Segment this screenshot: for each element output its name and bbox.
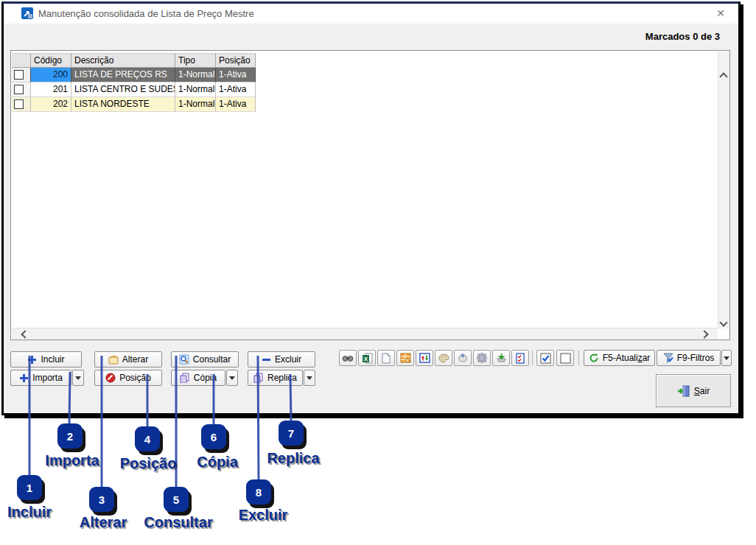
header-descricao[interactable]: Descrição bbox=[71, 53, 175, 68]
marked-count-status: Marcados 0 de 3 bbox=[645, 31, 720, 42]
callout-balloon-5: 5 bbox=[164, 487, 189, 512]
filter-icon bbox=[663, 353, 673, 363]
callout-balloon-3: 3 bbox=[89, 487, 114, 512]
title-bar: Manutenção consolidada de Lista de Preço… bbox=[4, 4, 738, 24]
header-posicao[interactable]: Posição bbox=[216, 53, 256, 68]
cell-descricao[interactable]: LISTA NORDESTE bbox=[71, 97, 175, 112]
callout-label-posicao: Posição bbox=[120, 455, 177, 472]
window-title: Manutenção consolidada de Lista de Preço… bbox=[38, 8, 254, 19]
filtros-dropdown-button[interactable] bbox=[721, 350, 732, 366]
f5-atualizar-button[interactable]: F5-Atualizar bbox=[584, 350, 655, 366]
plus-icon bbox=[27, 355, 37, 365]
table-row[interactable]: 202 LISTA NORDESTE 1-Normal 1-Ativa bbox=[12, 97, 256, 112]
checklist-icon[interactable] bbox=[511, 350, 529, 366]
exit-door-icon bbox=[677, 385, 690, 397]
cell-tipo[interactable]: 1-Normal bbox=[175, 68, 216, 82]
row-checkbox[interactable] bbox=[14, 99, 24, 109]
header-checkbox-col bbox=[12, 53, 31, 68]
chevron-down-icon bbox=[229, 376, 235, 380]
header-tipo[interactable]: Tipo bbox=[175, 53, 216, 68]
minus-icon bbox=[262, 355, 271, 365]
excluir-button[interactable]: Excluir bbox=[248, 351, 315, 368]
copia-button[interactable]: Cópia bbox=[171, 370, 225, 386]
palette-icon[interactable] bbox=[435, 350, 452, 366]
table-row[interactable]: 201 LISTA CENTRO E SUDESTE 1-Normal 1-At… bbox=[12, 82, 256, 97]
svg-text:X: X bbox=[363, 356, 368, 362]
callout-label-replica: Replica bbox=[267, 450, 319, 467]
scroll-left-icon[interactable] bbox=[21, 330, 29, 338]
close-icon[interactable]: ✕ bbox=[713, 7, 728, 21]
replica-button[interactable]: Replica bbox=[248, 370, 303, 386]
sair-button[interactable]: Sair bbox=[656, 374, 731, 407]
header-codigo[interactable]: Código bbox=[31, 53, 71, 68]
cell-descricao[interactable]: LISTA CENTRO E SUDESTE bbox=[71, 82, 175, 97]
cell-codigo[interactable]: 202 bbox=[31, 97, 71, 112]
settings-gear-icon[interactable] bbox=[473, 350, 491, 366]
chevron-down-icon bbox=[307, 376, 312, 380]
row-checkbox-cell bbox=[12, 97, 31, 112]
callout-balloon-8: 8 bbox=[246, 479, 271, 504]
consultar-button[interactable]: Consultar bbox=[171, 351, 239, 368]
toolbar-separator bbox=[578, 351, 579, 365]
cell-posicao[interactable]: 1-Ativa bbox=[216, 97, 256, 112]
new-document-icon[interactable] bbox=[377, 350, 395, 366]
callout-balloon-2: 2 bbox=[57, 423, 83, 449]
alterar-button[interactable]: Alterar bbox=[94, 351, 162, 368]
magnifier-icon bbox=[179, 354, 189, 365]
excel-export-icon[interactable]: X bbox=[358, 350, 376, 366]
grid-header-row: Código Descrição Tipo Posição bbox=[12, 53, 256, 68]
copy-icon bbox=[253, 373, 264, 383]
scroll-right-icon[interactable] bbox=[700, 330, 708, 338]
screenshot-canvas: Manutenção consolidada de Lista de Preço… bbox=[0, 0, 756, 545]
checkbox-unchecked-icon[interactable] bbox=[556, 350, 574, 366]
f9-filtros-button[interactable]: F9-Filtros bbox=[657, 350, 721, 366]
block-icon bbox=[105, 373, 116, 383]
mouse-icon[interactable] bbox=[454, 350, 472, 366]
horizontal-scrollbar[interactable] bbox=[12, 328, 718, 340]
cell-codigo[interactable]: 200 bbox=[31, 68, 71, 82]
import-tray-icon[interactable] bbox=[492, 350, 510, 366]
importa-button[interactable]: Importa bbox=[10, 370, 71, 386]
cell-tipo[interactable]: 1-Normal bbox=[175, 82, 216, 97]
callout-balloon-1: 1 bbox=[17, 475, 42, 500]
table-edit-icon[interactable] bbox=[396, 350, 414, 366]
cell-descricao[interactable]: LISTA DE PREÇOS RS bbox=[71, 68, 175, 82]
cell-posicao[interactable]: 1-Ativa bbox=[216, 68, 256, 82]
edit-icon bbox=[108, 355, 119, 365]
chevron-down-icon bbox=[75, 376, 81, 380]
chevron-down-icon bbox=[724, 356, 729, 360]
checkbox-checked-icon[interactable] bbox=[536, 350, 554, 366]
callout-label-excluir: Excluir bbox=[239, 507, 288, 524]
callout-balloon-4: 4 bbox=[135, 426, 160, 451]
row-checkbox[interactable] bbox=[14, 85, 24, 94]
callout-balloon-6: 6 bbox=[201, 424, 226, 449]
table-row[interactable]: 200 LISTA DE PREÇOS RS 1-Normal 1-Ativa bbox=[12, 68, 256, 82]
app-chart-icon bbox=[21, 7, 33, 19]
row-checkbox-cell bbox=[12, 82, 31, 97]
posicao-button[interactable]: Posição bbox=[94, 370, 162, 386]
callout-label-copia: Cópia bbox=[197, 454, 238, 471]
vertical-scrollbar[interactable] bbox=[718, 52, 729, 328]
cell-posicao[interactable]: 1-Ativa bbox=[216, 82, 256, 97]
callout-label-importa: Importa bbox=[45, 452, 99, 469]
importa-dropdown-button[interactable] bbox=[72, 370, 84, 386]
row-checkbox-cell bbox=[12, 68, 31, 82]
app-window: Manutenção consolidada de Lista de Preço… bbox=[1, 1, 741, 415]
row-checkbox[interactable] bbox=[14, 70, 24, 80]
cell-tipo[interactable]: 1-Normal bbox=[175, 97, 216, 112]
price-list-grid: Código Descrição Tipo Posição 200 LISTA … bbox=[10, 50, 730, 340]
copia-dropdown-button[interactable] bbox=[226, 370, 238, 386]
callout-label-incluir: Incluir bbox=[7, 504, 52, 521]
incluir-button[interactable]: Incluir bbox=[10, 351, 82, 368]
replica-dropdown-button[interactable] bbox=[304, 370, 315, 386]
scroll-down-icon[interactable] bbox=[719, 318, 727, 326]
scroll-up-icon[interactable] bbox=[719, 72, 727, 80]
callout-balloon-7: 7 bbox=[279, 421, 304, 446]
plus-icon bbox=[19, 373, 29, 383]
callout-label-alterar: Alterar bbox=[80, 514, 127, 531]
callout-label-consultar: Consultar bbox=[144, 514, 212, 531]
sort-columns-icon[interactable] bbox=[416, 350, 433, 366]
copy-icon bbox=[180, 373, 190, 383]
cell-codigo[interactable]: 201 bbox=[31, 82, 71, 97]
binoculars-icon[interactable] bbox=[339, 350, 357, 366]
